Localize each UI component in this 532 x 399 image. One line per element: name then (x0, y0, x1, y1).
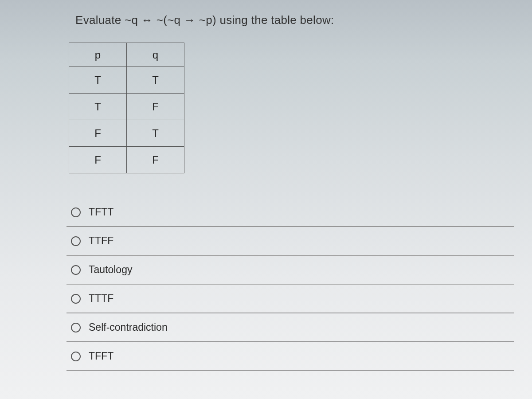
option-radio[interactable] (71, 294, 81, 304)
option-label: TFFT (89, 350, 113, 362)
table-cell: F (69, 147, 127, 173)
table-row: F T (69, 120, 184, 147)
answer-options: TFTT TTFF Tautology TTTF Self-contradict… (66, 198, 514, 371)
option-radio[interactable] (71, 323, 81, 332)
question-prompt: Evaluate ~q ↔ ~(~q → ~p) using the table… (75, 13, 514, 27)
table-row: T F (69, 94, 184, 120)
table-row: F F (69, 147, 184, 173)
table-row: T T (69, 67, 184, 94)
table-cell: F (127, 94, 184, 120)
truth-table: p q T T T F F T F F (69, 43, 184, 173)
table-header-q: q (127, 43, 184, 67)
table-header-p: p (69, 43, 127, 67)
option-row[interactable]: TTTF (66, 284, 514, 313)
table-cell: F (69, 120, 127, 147)
option-row[interactable]: Self-contradiction (66, 313, 514, 342)
option-row[interactable]: TFFT (66, 342, 514, 371)
option-label: TTFF (89, 235, 113, 247)
option-label: TTTF (89, 293, 113, 305)
option-row[interactable]: TFTT (66, 198, 514, 227)
question-block: Evaluate ~q ↔ ~(~q → ~p) using the table… (66, 13, 514, 371)
option-label: Tautology (89, 264, 132, 276)
option-label: Self-contradiction (89, 321, 168, 333)
table-cell: F (127, 147, 184, 173)
table-header-row: p q (69, 43, 184, 67)
table-cell: T (127, 67, 184, 94)
option-row[interactable]: Tautology (66, 255, 514, 284)
option-radio[interactable] (71, 236, 81, 246)
table-cell: T (69, 94, 127, 120)
option-radio[interactable] (71, 207, 81, 217)
option-label: TFTT (89, 206, 113, 218)
table-cell: T (69, 67, 127, 94)
option-row[interactable]: TTFF (66, 227, 514, 255)
table-cell: T (127, 120, 184, 147)
option-radio[interactable] (71, 352, 81, 361)
option-radio[interactable] (71, 265, 81, 275)
